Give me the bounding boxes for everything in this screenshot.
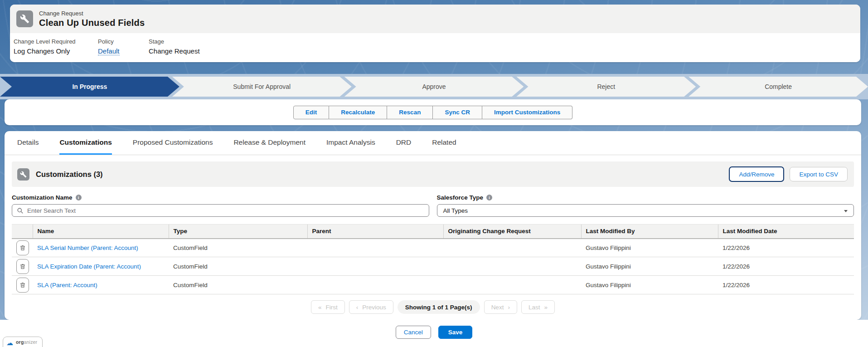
tab-drd[interactable]: DRD — [396, 131, 412, 155]
modified-by-cell: Gustavo Filippini — [581, 276, 718, 294]
save-button[interactable]: Save — [438, 326, 473, 339]
record-header-card: Change Request Clean Up Unused Fields Ch… — [10, 5, 860, 62]
salesforce-type-info-icon[interactable]: i — [486, 195, 492, 200]
add-remove-button[interactable]: Add/Remove — [729, 166, 784, 182]
change-level-required-label: Change Level Required — [14, 38, 93, 45]
tab-customizations[interactable]: Customizations — [59, 131, 112, 155]
record-actions-card: Edit Recalculate Rescan Sync CR Import C… — [5, 99, 861, 125]
column-header-actions — [12, 225, 33, 239]
record-title-row: Change Request Clean Up Unused Fields — [10, 5, 860, 33]
modified-date-cell: 1/22/2026 — [718, 239, 854, 257]
table-header-row: Name Type Parent Originating Change Requ… — [12, 225, 854, 239]
customization-link[interactable]: SLA Expiration Date (Parent: Account) — [37, 263, 141, 270]
export-to-csv-button[interactable]: Export to CSV — [790, 167, 848, 181]
page-title: Clean Up Unused Fields — [39, 17, 145, 28]
originating-cell — [443, 239, 581, 257]
recalculate-button[interactable]: Recalculate — [329, 106, 387, 119]
customizations-section-header: Customizations (3) Add/Remove Export to … — [12, 161, 854, 187]
change-level-required-value: Log Changes Only — [14, 47, 93, 55]
salesforce-type-selected-value: All Types — [443, 207, 468, 214]
policy-label: Policy — [98, 38, 144, 45]
tab-proposed-customizations[interactable]: Proposed Customizations — [133, 131, 213, 155]
column-header-originating-change-request: Originating Change Request — [443, 225, 581, 239]
pagination-status: Showing 1 of 1 Page(s) — [398, 300, 480, 314]
stage-path: In Progress Submit For Approval Approve … — [0, 74, 868, 99]
sync-cr-button[interactable]: Sync CR — [433, 106, 482, 119]
customization-name-info-icon[interactable]: i — [76, 195, 82, 200]
record-actions-group: Edit Recalculate Rescan Sync CR Import C… — [293, 106, 572, 119]
stage-approve[interactable]: Approve — [344, 77, 524, 97]
customization-name-search-box — [12, 204, 429, 217]
table-row: SLA Serial Number (Parent: Account) Cust… — [12, 239, 854, 257]
last-page-button[interactable]: Last » — [521, 300, 555, 314]
tab-impact-analysis[interactable]: Impact Analysis — [326, 131, 375, 155]
customizations-filters: Customization Name i Salesforce Type i A… — [12, 194, 854, 217]
modified-by-cell: Gustavo Filippini — [581, 239, 718, 257]
column-header-parent: Parent — [307, 225, 443, 239]
main-card: Details Customizations Proposed Customiz… — [5, 131, 861, 320]
stage-label: Stage — [149, 38, 200, 45]
import-customizations-button[interactable]: Import Customizations — [482, 106, 572, 119]
footer-bar: Cancel Save — [0, 320, 868, 347]
organizer-widget-tab[interactable]: ☁ i organizer — [3, 337, 43, 347]
organizer-cloud-icon: ☁ i — [6, 339, 14, 346]
cancel-button[interactable]: Cancel — [396, 326, 431, 339]
column-header-name: Name — [33, 225, 169, 239]
delete-row-button[interactable] — [16, 278, 29, 293]
chevron-down-icon — [844, 210, 848, 212]
type-cell: CustomField — [169, 239, 307, 257]
customization-link[interactable]: SLA Serial Number (Parent: Account) — [37, 244, 138, 251]
double-chevron-left-icon: « — [318, 304, 322, 311]
tab-related[interactable]: Related — [432, 131, 456, 155]
parent-cell — [307, 276, 443, 294]
stage-in-progress[interactable]: In Progress — [0, 77, 179, 97]
tab-release-deployment[interactable]: Release & Deployment — [233, 131, 305, 155]
modified-date-cell: 1/22/2026 — [718, 276, 854, 294]
type-cell: CustomField — [169, 276, 307, 294]
stage-value: Change Request — [149, 47, 200, 55]
record-tabs: Details Customizations Proposed Customiz… — [5, 131, 861, 155]
column-header-last-modified-by: Last Modified By — [581, 225, 718, 239]
parent-cell — [307, 257, 443, 276]
tab-details[interactable]: Details — [17, 131, 39, 155]
customization-link[interactable]: SLA (Parent: Account) — [37, 282, 97, 288]
column-header-last-modified-date: Last Modified Date — [718, 225, 854, 239]
type-cell: CustomField — [169, 257, 307, 276]
pagination: « First ‹ Previous Showing 1 of 1 Page(s… — [5, 300, 861, 314]
record-type-label: Change Request — [39, 10, 145, 17]
first-page-button[interactable]: « First — [311, 300, 345, 314]
change-request-wrench-icon — [16, 10, 33, 27]
table-row: SLA (Parent: Account) CustomField Gustav… — [12, 276, 854, 294]
customization-name-search-input[interactable] — [27, 207, 429, 214]
record-highlight-fields: Change Level Required Log Changes Only P… — [10, 33, 860, 62]
chevron-right-icon: › — [508, 304, 510, 311]
customizations-wrench-icon — [17, 168, 29, 181]
edit-button[interactable]: Edit — [293, 106, 330, 119]
stage-submit-for-approval[interactable]: Submit For Approval — [172, 77, 352, 97]
salesforce-type-select[interactable]: All Types — [437, 204, 854, 217]
search-icon — [17, 207, 24, 214]
stage-complete[interactable]: Complete — [689, 77, 868, 97]
double-chevron-right-icon: » — [544, 304, 548, 311]
delete-row-button[interactable] — [16, 240, 29, 255]
column-header-type: Type — [169, 225, 307, 239]
parent-cell — [307, 239, 443, 257]
salesforce-type-label: Salesforce Type — [437, 194, 484, 201]
customizations-section-title: Customizations (3) — [36, 170, 103, 179]
organizer-logo-text: organizer — [16, 339, 37, 345]
previous-page-button[interactable]: ‹ Previous — [349, 300, 393, 314]
modified-by-cell: Gustavo Filippini — [581, 257, 718, 276]
chevron-left-icon: ‹ — [356, 304, 359, 311]
table-row: SLA Expiration Date (Parent: Account) Cu… — [12, 257, 854, 276]
rescan-button[interactable]: Rescan — [387, 106, 433, 119]
modified-date-cell: 1/22/2026 — [718, 257, 854, 276]
customization-name-label: Customization Name — [12, 194, 73, 201]
stage-reject[interactable]: Reject — [516, 77, 696, 97]
originating-cell — [443, 257, 581, 276]
delete-row-button[interactable] — [16, 259, 29, 274]
next-page-button[interactable]: Next › — [484, 300, 517, 314]
policy-value-link[interactable]: Default — [98, 47, 120, 55]
customizations-table: Name Type Parent Originating Change Requ… — [12, 224, 854, 294]
originating-cell — [443, 276, 581, 294]
